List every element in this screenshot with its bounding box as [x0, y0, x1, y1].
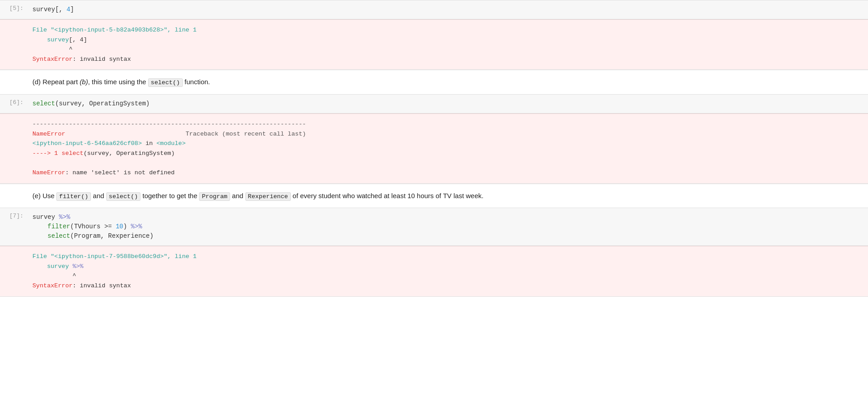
markdown-text: (e) Use: [32, 192, 56, 200]
cell-5-number: [5]:: [0, 0, 27, 19]
code-token: ): [146, 100, 149, 107]
output-token: "<ipython-input-7-9588be60dc9d>": [51, 253, 167, 260]
output-token: survey: [47, 263, 72, 270]
output-token: OperatingSystem: [116, 150, 171, 157]
cell-6-number: [6]:: [0, 95, 27, 113]
output-token: ----> 1 select: [32, 150, 83, 157]
markdown-text: and: [230, 192, 245, 200]
cell-6-output-row: ----------------------------------------…: [0, 113, 868, 183]
output-token: (: [83, 150, 87, 157]
cell-7-number: [7]:: [0, 208, 27, 245]
cell-7-output-row: File "<ipython-input-7-9588be60dc9d>", l…: [0, 245, 868, 296]
cell-e-markdown: (e) Use filter() and select() together t…: [0, 184, 868, 208]
output-token: SyntaxError: [32, 56, 72, 63]
code-token: ]: [70, 6, 74, 13]
code-token: survey: [32, 213, 59, 221]
cell-7-output: File "<ipython-input-7-9588be60dc9d>", l…: [0, 246, 868, 296]
code-token: %>%: [131, 223, 142, 230]
output-token: survey: [87, 150, 109, 157]
markdown-text: of every student who watched at least 10…: [291, 192, 484, 200]
cell-5-output: File "<ipython-input-5-b82a4903b628>", l…: [0, 19, 868, 69]
cell-6-output: ----------------------------------------…: [0, 113, 868, 183]
output-token: ): [171, 150, 175, 157]
code-token: >=: [104, 223, 116, 230]
code-token: (TVhours: [70, 223, 104, 230]
inline-code: select(): [148, 78, 183, 87]
output-token: <ipython-input-6-546aa626cf08>: [32, 140, 142, 147]
output-token: : invalid syntax: [72, 282, 131, 289]
cell-5-code[interactable]: survey[, 4]: [27, 0, 868, 19]
cell-e-markdown-row: (e) Use filter() and select() together t…: [0, 183, 868, 208]
cell-7-input: [7]: survey %>% filter(TVhours >= 10) %>…: [0, 208, 868, 245]
output-token: [, 4]: [69, 36, 87, 43]
inline-code: Program: [199, 192, 230, 201]
code-token: select: [32, 100, 55, 107]
code-token: select: [48, 232, 70, 240]
output-token: in: [142, 140, 156, 147]
markdown-text: and: [91, 192, 106, 200]
output-token: File: [32, 253, 51, 260]
cell-7-code[interactable]: survey %>% filter(TVhours >= 10) %>% sel…: [27, 208, 868, 245]
markdown-text: , this time using the: [88, 78, 148, 86]
markdown-text: together to get the: [140, 192, 199, 200]
cell-5-output-row: File "<ipython-input-5-b82a4903b628>", l…: [0, 19, 868, 69]
cell-5-input: [5]: survey[, 4]: [0, 0, 868, 19]
output-token: , line 1: [167, 27, 197, 33]
output-token: survey: [47, 36, 69, 43]
output-token: : invalid syntax: [72, 56, 131, 63]
output-token: File: [32, 27, 51, 33]
inline-code: select(): [106, 192, 141, 201]
code-token: (: [55, 100, 59, 107]
code-token: %>%: [59, 213, 70, 221]
output-token: Traceback (most recent call last): [65, 131, 306, 137]
code-token: survey: [59, 100, 81, 107]
code-token: [,: [55, 6, 66, 13]
code-token: 10: [116, 223, 123, 230]
output-token: <module>: [156, 140, 185, 147]
code-token: ,: [81, 100, 89, 107]
output-token: NameError: [32, 169, 65, 176]
cell-d-markdown: (d) Repeat part (b), this time using the…: [0, 70, 868, 94]
cell-5-input-row: [5]: survey[, 4]: [0, 0, 868, 19]
output-token: ,: [109, 150, 116, 157]
output-token: NameError: [32, 131, 65, 137]
cell-6-input-row: [6]: select(survey, OperatingSystem): [0, 94, 868, 113]
markdown-text: (d) Repeat part: [32, 78, 80, 86]
markdown-text: function.: [183, 78, 210, 86]
inline-code: Rexperience: [245, 192, 291, 201]
code-token: OperatingSystem: [89, 100, 146, 107]
output-token: : name 'select' is not defined: [65, 169, 175, 176]
code-token: filter: [48, 223, 70, 230]
code-token: 4: [67, 6, 70, 13]
cell-7-input-row: [7]: survey %>% filter(TVhours >= 10) %>…: [0, 208, 868, 245]
output-token: , line 1: [167, 253, 197, 260]
cell-d-markdown-row: (d) Repeat part (b), this time using the…: [0, 69, 868, 94]
cell-6-input: [6]: select(survey, OperatingSystem): [0, 95, 868, 113]
output-token: %>%: [72, 263, 83, 270]
output-token: ----------------------------------------…: [32, 121, 306, 127]
code-token: (Program, Rexperience): [70, 232, 154, 240]
code-token: ): [123, 223, 131, 230]
notebook: [5]: survey[, 4] File "<ipython-input-5-…: [0, 0, 868, 399]
output-token: SyntaxError: [32, 282, 72, 289]
markdown-italic: (b): [80, 78, 88, 86]
cell-6-code[interactable]: select(survey, OperatingSystem): [27, 95, 868, 113]
inline-code: filter(): [56, 192, 91, 201]
code-token: survey: [32, 6, 55, 13]
output-token: "<ipython-input-5-b82a4903b628>": [51, 27, 167, 33]
